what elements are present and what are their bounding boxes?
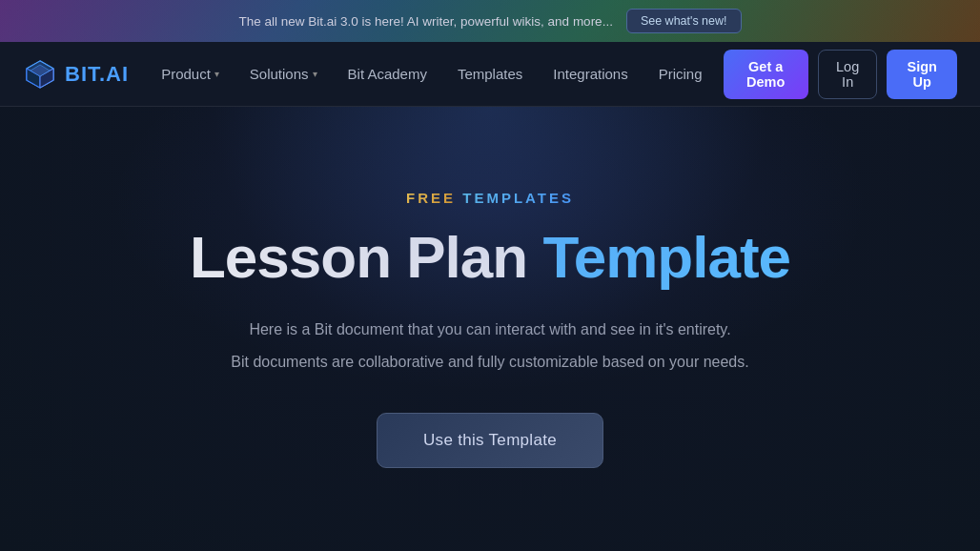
announcement-text: The all new Bit.ai 3.0 is here! AI write… bbox=[238, 14, 612, 29]
free-templates-label: FREE TEMPLATES bbox=[406, 190, 574, 206]
hero-title: Lesson Plan Template bbox=[190, 225, 790, 290]
logo-area[interactable]: BIT.AI bbox=[23, 57, 129, 92]
nav-pricing[interactable]: Pricing bbox=[645, 58, 716, 90]
get-demo-button[interactable]: Get a Demo bbox=[724, 50, 808, 99]
nav-bit-academy[interactable]: Bit Academy bbox=[335, 58, 440, 90]
bit-ai-logo-icon bbox=[23, 57, 57, 92]
see-whats-new-button[interactable]: See what's new! bbox=[626, 9, 742, 33]
hero-title-part1: Lesson Plan bbox=[190, 224, 542, 290]
hero-description-2: Bit documents are collaborative and full… bbox=[231, 349, 748, 375]
hero-section: FREE TEMPLATES Lesson Plan Template Here… bbox=[0, 107, 980, 551]
announcement-bar: The all new Bit.ai 3.0 is here! AI write… bbox=[0, 0, 980, 42]
chevron-down-icon: ▾ bbox=[313, 69, 317, 79]
chevron-down-icon: ▾ bbox=[214, 69, 219, 79]
nav-solutions[interactable]: Solutions ▾ bbox=[236, 58, 331, 90]
nav-templates[interactable]: Templates bbox=[444, 58, 536, 90]
log-in-button[interactable]: Log In bbox=[818, 50, 878, 99]
nav-integrations[interactable]: Integrations bbox=[540, 58, 641, 90]
free-label: FREE bbox=[406, 190, 456, 206]
logo-text: BIT.AI bbox=[65, 62, 129, 87]
nav-product[interactable]: Product ▾ bbox=[148, 58, 233, 90]
sign-up-button[interactable]: Sign Up bbox=[887, 50, 957, 99]
templates-label: TEMPLATES bbox=[462, 190, 574, 206]
nav-right: Get a Demo Log In Sign Up bbox=[724, 50, 957, 99]
main-nav: Product ▾ Solutions ▾ Bit Academy Templa… bbox=[148, 58, 715, 90]
navbar: BIT.AI Product ▾ Solutions ▾ Bit Academy… bbox=[0, 42, 980, 107]
hero-title-part2: Template bbox=[542, 224, 790, 290]
hero-description-1: Here is a Bit document that you can inte… bbox=[249, 316, 730, 342]
use-template-button[interactable]: Use this Template bbox=[377, 413, 603, 468]
